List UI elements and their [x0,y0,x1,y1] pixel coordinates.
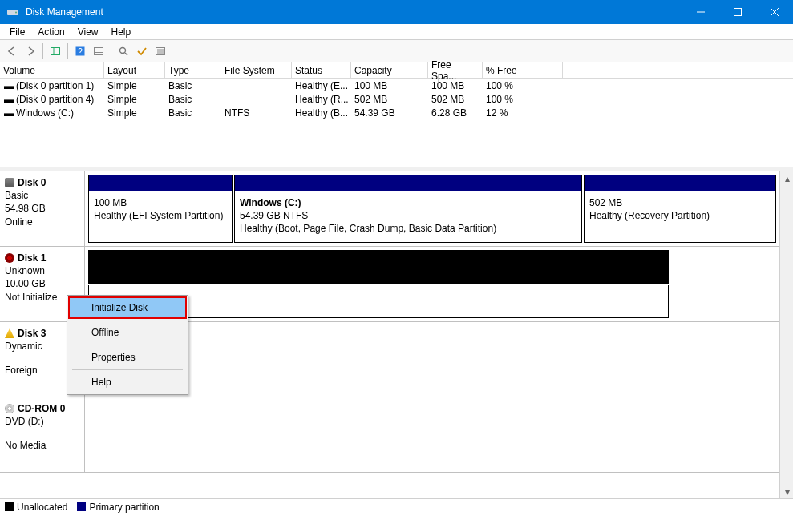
partition-size: 502 MB [589,196,771,209]
volume-capacity: 54.39 GB [351,107,428,119]
menu-separator [72,320,183,320]
col-header-pct-free[interactable]: % Free [483,62,563,78]
volume-name: (Disk 0 partition 4) [16,94,94,105]
disk-type: Unknown [5,264,79,277]
menu-help[interactable]: Help [69,372,186,393]
maximize-button[interactable] [719,0,756,24]
close-button[interactable] [756,0,793,24]
volume-status: Healthy (B... [292,107,351,119]
partition-title: Windows (C:) [240,196,577,209]
vertical-scrollbar[interactable]: ▴ ▾ [779,171,793,498]
volume-row[interactable]: ▬(Disk 0 partition 4) Simple Basic Healt… [0,92,793,106]
disk-type: Basic [5,189,79,202]
col-header-type[interactable]: Type [165,62,221,78]
disk-management-icon [6,6,19,18]
col-header-capacity[interactable]: Capacity [351,62,428,78]
col-header-free[interactable]: Free Spa... [428,62,483,78]
disk-name: Disk 1 [5,252,79,264]
disk-context-menu: Initialize Disk Offline Properties Help [67,295,188,395]
window-title: Disk Management [26,6,682,18]
col-header-filesystem[interactable]: File System [221,62,292,78]
partition-header [89,175,232,191]
svg-point-2 [15,12,17,14]
volume-pct: 100 % [483,94,563,105]
partition-size: 54.39 GB NTFS [240,209,577,222]
menu-offline[interactable]: Offline [69,322,186,343]
forward-button[interactable] [22,42,39,60]
volume-name: (Disk 0 partition 1) [16,80,94,91]
volume-capacity: 502 MB [351,94,428,105]
volume-icon: ▬ [3,94,14,105]
volume-row[interactable]: ▬Windows (C:) Simple Basic NTFS Healthy … [0,106,793,119]
partition-status: Healthy (EFI System Partition) [94,209,227,222]
menubar: File Action View Help [0,24,793,40]
help-button[interactable]: ? [71,42,89,60]
disk-info[interactable]: Disk 0 Basic 54.98 GB Online [0,171,85,246]
disk-type: DVD (D:) [5,415,79,428]
menu-separator [72,345,183,345]
list-button[interactable] [152,42,169,60]
svg-rect-4 [51,47,60,54]
back-button[interactable] [3,42,21,60]
menu-help[interactable]: Help [105,25,138,39]
partition[interactable]: Windows (C:) 54.39 GB NTFS Healthy (Boot… [234,175,582,243]
disk-row[interactable]: CD-ROM 0 DVD (D:) No Media [0,397,793,473]
volume-type: Basic [165,94,221,105]
toolbar-separator [111,43,111,59]
col-header-layout[interactable]: Layout [104,62,165,78]
legend-swatch-unallocated-icon [5,502,14,511]
partition-size: 100 MB [94,196,227,209]
apply-button[interactable] [133,42,151,60]
minimize-button[interactable] [682,0,719,24]
volume-free: 6.28 GB [428,107,483,119]
disk-name: Disk 0 [5,176,79,189]
volume-type: Basic [165,80,221,91]
scroll-up-icon[interactable]: ▴ [780,171,793,185]
volume-layout: Simple [104,94,165,105]
volume-free: 502 MB [428,94,483,105]
titlebar: Disk Management [0,0,793,24]
svg-rect-7 [95,47,103,54]
disk-info[interactable]: CD-ROM 0 DVD (D:) No Media [0,397,85,472]
volume-icon: ▬ [3,80,14,91]
volume-list-header: Volume Layout Type File System Status Ca… [0,62,793,79]
settings-button[interactable] [90,42,107,60]
volume-layout: Simple [104,107,165,119]
legend-unallocated: Unallocated [5,502,67,513]
volume-pct: 12 % [483,107,563,119]
disk-size [5,428,79,439]
toolbar-separator [67,43,68,59]
unallocated-space[interactable] [88,250,669,284]
volume-row[interactable]: ▬(Disk 0 partition 1) Simple Basic Healt… [0,79,793,92]
partition-header [585,175,775,191]
legend-primary: Primary partition [77,502,159,513]
menu-file[interactable]: File [3,25,31,39]
scroll-down-icon[interactable]: ▾ [780,485,793,498]
show-hide-tree-button[interactable] [47,42,64,60]
col-header-status[interactable]: Status [292,62,351,78]
menu-separator [72,369,183,370]
volume-pct: 100 % [483,80,563,91]
partition-status: Healthy (Boot, Page File, Crash Dump, Ba… [240,222,577,235]
menu-initialize-disk[interactable]: Initialize Disk [69,297,186,318]
volume-layout: Simple [104,80,165,91]
menu-action[interactable]: Action [31,25,71,39]
legend-primary-label: Primary partition [89,502,159,513]
menu-view[interactable]: View [71,25,105,39]
legend-unallocated-label: Unallocated [17,502,67,513]
refresh-button[interactable] [115,42,132,60]
partition[interactable]: 100 MB Healthy (EFI System Partition) [88,175,233,243]
partition[interactable]: 502 MB Healthy (Recovery Partition) [584,175,776,243]
col-header-volume[interactable]: Volume [0,62,104,78]
volume-icon: ▬ [3,107,14,119]
svg-rect-3 [734,9,742,16]
volume-type: Basic [165,107,221,119]
toolbar: ? [0,40,793,62]
volume-list[interactable]: ▬(Disk 0 partition 1) Simple Basic Healt… [0,79,793,167]
menu-properties[interactable]: Properties [69,347,186,368]
legend: Unallocated Primary partition [0,498,793,514]
window-controls [682,0,793,24]
volume-capacity: 100 MB [351,80,428,91]
volume-status: Healthy (E... [292,80,351,91]
disk-row[interactable]: Disk 0 Basic 54.98 GB Online 100 MB Heal… [0,171,793,247]
